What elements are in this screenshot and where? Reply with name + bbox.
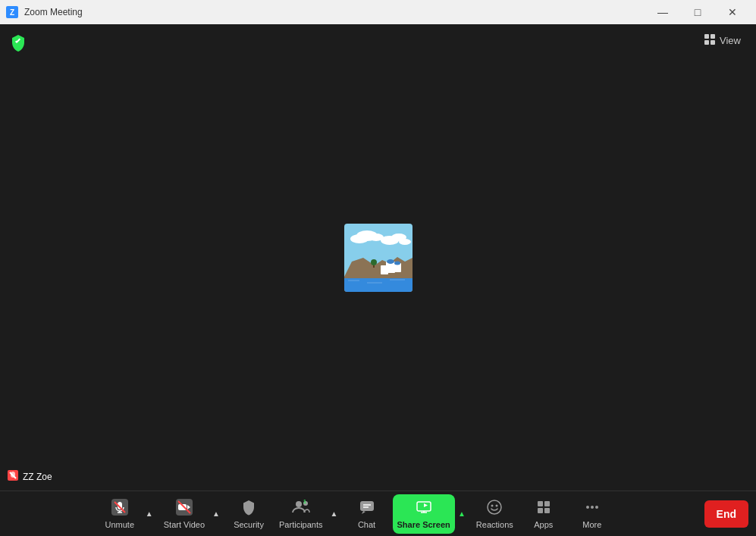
svg-rect-3 (711, 34, 715, 39)
titlebar-controls: — □ ✕ (645, 0, 750, 24)
start-video-group: Start Video ▲ (159, 494, 223, 534)
security-button[interactable]: Security (226, 494, 271, 534)
user-label: ZZ Zoe (8, 470, 52, 483)
start-video-button[interactable]: Start Video (159, 494, 209, 534)
close-button[interactable]: ✕ (715, 0, 750, 24)
chat-label: Chat (358, 520, 375, 529)
share-screen-label: Share Screen (397, 520, 450, 529)
mute-icon (8, 470, 18, 483)
end-button-wrapper: End (704, 500, 748, 528)
end-button[interactable]: End (704, 500, 748, 528)
svg-point-47 (491, 504, 494, 506)
zoom-logo-icon: Z (6, 6, 18, 18)
shield-icon (9, 33, 27, 52)
reactions-button[interactable]: Reactions (472, 494, 518, 534)
meeting-area: View (0, 24, 756, 491)
unmute-label: Unmute (105, 520, 135, 529)
share-screen-group: Share Screen ▲ (393, 494, 469, 534)
share-screen-caret[interactable]: ▲ (455, 494, 469, 534)
unmute-caret[interactable]: ▲ (143, 494, 156, 534)
svg-marker-39 (362, 511, 365, 514)
participants-icon: 1 (291, 499, 311, 518)
svg-rect-51 (538, 508, 543, 513)
start-video-label: Start Video (164, 520, 205, 529)
username: ZZ Zoe (23, 472, 52, 482)
reactions-icon (486, 499, 503, 518)
svg-point-24 (371, 259, 377, 265)
svg-rect-4 (704, 40, 709, 45)
reactions-label: Reactions (476, 520, 513, 529)
view-label: View (720, 35, 741, 46)
participants-caret[interactable]: ▲ (328, 494, 341, 534)
apps-button[interactable]: Apps (521, 494, 566, 534)
svg-point-55 (595, 506, 598, 509)
svg-rect-19 (344, 278, 413, 292)
svg-point-46 (488, 500, 501, 514)
toolbar-center: Unmute ▲ Start Video ▲ (8, 494, 704, 534)
svg-point-35 (296, 501, 302, 507)
svg-point-48 (496, 504, 498, 506)
svg-rect-38 (360, 501, 374, 511)
titlebar-left: Z Zoom Meeting (6, 6, 83, 18)
svg-rect-2 (704, 34, 709, 39)
svg-rect-49 (538, 501, 543, 506)
participants-group: 1 Participants ▲ (274, 494, 340, 534)
svg-text:1: 1 (303, 499, 306, 504)
unmute-group: Unmute ▲ (97, 494, 156, 534)
more-icon (584, 499, 601, 518)
titlebar: Z Zoom Meeting — □ ✕ (0, 0, 756, 24)
svg-rect-5 (711, 40, 715, 45)
chat-button[interactable]: Chat (344, 494, 390, 534)
share-screen-icon (416, 499, 432, 518)
participants-label: Participants (279, 520, 322, 529)
participants-button[interactable]: 1 Participants (274, 494, 327, 534)
more-button[interactable]: More (569, 494, 615, 534)
minimize-button[interactable]: — (645, 0, 680, 24)
apps-label: Apps (534, 520, 553, 529)
chat-icon (359, 499, 375, 518)
svg-rect-16 (381, 265, 388, 274)
share-screen-button[interactable]: Share Screen (393, 494, 455, 534)
unmute-icon (111, 499, 128, 518)
svg-rect-52 (544, 508, 550, 513)
svg-point-17 (387, 259, 394, 264)
profile-image (344, 224, 413, 292)
maximize-button[interactable]: □ (680, 0, 715, 24)
svg-point-54 (591, 506, 594, 509)
svg-rect-50 (544, 501, 550, 506)
view-icon (704, 33, 716, 48)
more-label: More (582, 520, 601, 529)
svg-point-12 (399, 239, 411, 245)
security-icon (240, 499, 257, 518)
toolbar: Unmute ▲ Start Video ▲ (0, 491, 756, 536)
security-label: Security (234, 520, 264, 529)
svg-text:Z: Z (10, 8, 14, 17)
apps-icon (535, 499, 552, 518)
unmute-button[interactable]: Unmute (97, 494, 143, 534)
video-caret[interactable]: ▲ (209, 494, 223, 534)
titlebar-title: Zoom Meeting (24, 7, 83, 17)
video-icon (176, 499, 193, 518)
svg-point-18 (394, 261, 400, 265)
view-button[interactable]: View (698, 30, 747, 51)
svg-point-53 (586, 506, 589, 509)
